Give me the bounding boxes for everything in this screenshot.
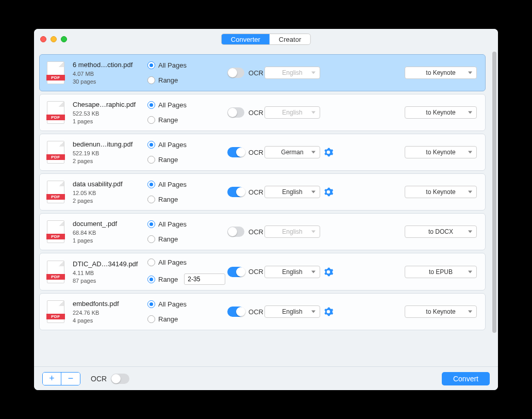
output-format-select[interactable]: to Keynote: [405, 146, 477, 158]
tab-creator[interactable]: Creator: [270, 34, 310, 44]
range-label: Range: [158, 76, 178, 84]
ocr-label: OCR: [248, 308, 263, 316]
mode-segmented-control: Converter Creator: [221, 34, 311, 45]
language-select[interactable]: English: [264, 186, 320, 198]
language-select[interactable]: German: [264, 146, 320, 158]
ocr-block: OCR: [227, 107, 263, 118]
all-pages-radio[interactable]: [147, 220, 155, 228]
range-radio[interactable]: [147, 235, 155, 243]
minimize-window-icon[interactable]: [51, 36, 57, 42]
gear-icon[interactable]: [323, 187, 334, 197]
remove-file-button[interactable]: −: [61, 373, 80, 385]
gear-icon[interactable]: [323, 267, 334, 277]
all-pages-label: All Pages: [158, 61, 187, 69]
range-label: Range: [158, 235, 178, 243]
pdf-badge: PDF: [46, 154, 65, 160]
all-pages-radio[interactable]: [147, 61, 155, 69]
gear-icon[interactable]: [323, 307, 334, 317]
range-radio[interactable]: [147, 156, 155, 164]
convert-button[interactable]: Convert: [442, 372, 490, 385]
output-format-select[interactable]: to EPUB: [405, 266, 477, 278]
file-row[interactable]: PDF data usability.pdf 12.05 KB 2 pages …: [39, 173, 486, 211]
language-select[interactable]: English: [264, 266, 320, 278]
window-controls: [40, 36, 67, 42]
fullscreen-window-icon[interactable]: [61, 36, 67, 42]
ocr-toggle[interactable]: [227, 307, 244, 317]
page-range-group: All Pages Range: [147, 300, 227, 323]
file-info: data usability.pdf 12.05 KB 2 pages: [73, 180, 147, 204]
file-info: bedienun…itung.pdf 522.19 KB 2 pages: [73, 140, 147, 164]
file-row[interactable]: PDF DTIC_AD…34149.pdf 4.11 MB 87 pages A…: [39, 253, 486, 291]
ocr-toggle[interactable]: [227, 187, 244, 197]
file-pages: 87 pages: [73, 278, 147, 284]
range-radio[interactable]: [147, 116, 155, 124]
language-select[interactable]: English: [264, 67, 320, 79]
all-pages-radio[interactable]: [147, 181, 155, 188]
file-row[interactable]: PDF document_.pdf 68.84 KB 1 pages All P…: [39, 213, 486, 250]
range-radio[interactable]: [147, 315, 155, 323]
file-list-container: PDF 6 method…ction.pdf 4.07 MB 30 pages …: [34, 50, 498, 366]
range-label: Range: [158, 156, 178, 164]
output-format-select[interactable]: to Keynote: [405, 67, 477, 79]
range-radio[interactable]: [147, 196, 155, 203]
footer: + − OCR Convert: [34, 366, 498, 390]
file-row[interactable]: PDF embedfonts.pdf 224.76 KB 4 pages All…: [39, 293, 486, 330]
language-select[interactable]: English: [264, 106, 320, 119]
all-pages-radio[interactable]: [147, 101, 155, 109]
output-format-select[interactable]: to Keynote: [405, 106, 477, 119]
file-name: DTIC_AD…34149.pdf: [73, 260, 147, 268]
tab-converter[interactable]: Converter: [222, 34, 270, 44]
range-radio[interactable]: [147, 276, 155, 283]
file-row[interactable]: PDF bedienun…itung.pdf 522.19 KB 2 pages…: [39, 134, 486, 171]
footer-ocr-label: OCR: [91, 375, 107, 383]
pdf-badge: PDF: [46, 194, 65, 200]
close-window-icon[interactable]: [40, 36, 46, 42]
all-pages-label: All Pages: [158, 101, 187, 109]
all-pages-radio[interactable]: [147, 141, 155, 149]
ocr-label: OCR: [248, 268, 263, 276]
add-file-button[interactable]: +: [43, 373, 61, 385]
file-row[interactable]: PDF 6 method…ction.pdf 4.07 MB 30 pages …: [39, 54, 486, 91]
ocr-label: OCR: [248, 149, 263, 156]
file-size: 68.84 KB: [73, 230, 147, 236]
all-pages-radio[interactable]: [147, 259, 155, 266]
ocr-label: OCR: [248, 69, 263, 77]
page-range-group: All Pages Range: [147, 61, 227, 84]
ocr-toggle[interactable]: [227, 147, 244, 157]
pdf-badge: PDF: [46, 314, 65, 319]
scrollbar-thumb[interactable]: [492, 52, 496, 333]
file-name: embedfonts.pdf: [73, 300, 147, 308]
ocr-toggle[interactable]: [227, 107, 244, 118]
language-select[interactable]: English: [264, 305, 320, 318]
file-size: 4.11 MB: [73, 270, 147, 276]
ocr-toggle[interactable]: [227, 267, 244, 277]
file-info: 6 method…ction.pdf 4.07 MB 30 pages: [73, 61, 147, 85]
all-pages-radio[interactable]: [147, 300, 155, 308]
output-format-select[interactable]: to Keynote: [405, 305, 477, 318]
scrollbar-track[interactable]: [491, 50, 498, 366]
language-select[interactable]: English: [264, 225, 320, 238]
range-label: Range: [158, 196, 178, 203]
file-name: data usability.pdf: [73, 180, 147, 188]
gear-icon[interactable]: [323, 147, 334, 157]
file-pages: 1 pages: [73, 237, 147, 244]
footer-ocr-toggle[interactable]: [111, 374, 129, 384]
pdf-file-icon: PDF: [47, 181, 64, 203]
pdf-file-icon: PDF: [47, 261, 64, 283]
pdf-file-icon: PDF: [47, 220, 64, 243]
ocr-block: OCR: [227, 267, 263, 277]
pdf-badge: PDF: [46, 75, 65, 80]
range-radio[interactable]: [147, 76, 155, 84]
file-pages: 1 pages: [73, 118, 147, 124]
ocr-toggle[interactable]: [227, 227, 244, 237]
output-format-select[interactable]: to Keynote: [405, 186, 477, 198]
file-row[interactable]: PDF Chesape…raphic.pdf 522.53 KB 1 pages…: [39, 94, 486, 131]
file-pages: 30 pages: [73, 78, 147, 85]
file-name: Chesape…raphic.pdf: [73, 101, 147, 108]
file-size: 522.19 KB: [73, 150, 147, 156]
page-range-group: All Pages Range: [147, 141, 227, 164]
all-pages-label: All Pages: [158, 181, 187, 188]
output-format-select[interactable]: to DOCX: [405, 225, 477, 238]
range-input[interactable]: [184, 273, 225, 285]
ocr-toggle[interactable]: [227, 68, 244, 78]
